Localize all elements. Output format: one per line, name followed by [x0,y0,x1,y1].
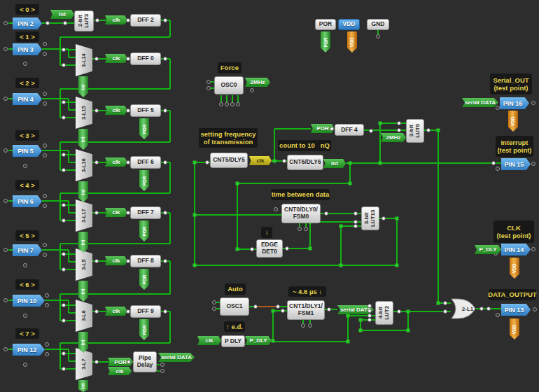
vtag-vdd-pin13[interactable]: VDD [510,318,519,340]
vtag-por-dff7[interactable]: POR [139,220,149,241]
pin-3[interactable]: PIN 3 [13,43,42,55]
note-down-arrow[interactable]: ↓ [261,227,272,238]
block-mux-3-l16[interactable]: 3-L16 [76,149,92,181]
block-dff4[interactable]: DFF 4 [335,124,364,136]
block-3bit-lut0[interactable]: 3-bit LUT0 [406,119,424,143]
pin-14[interactable]: PIN 14 [501,244,531,255]
block-dff6[interactable]: DFF 6 [130,156,161,169]
block-dff5[interactable]: DFF 5 [130,104,161,117]
vtag-int-mux14[interactable]: Int [78,76,88,97]
tag-serial-data-pin16[interactable]: serial DATA [462,98,498,107]
block-pipe-delay[interactable]: Pipe Delay [133,351,157,372]
vtag-int-mux15[interactable]: Int [78,129,88,150]
note-slot-6[interactable]: < 6 > [15,279,39,290]
note-data-output[interactable]: DATA_OUTPUT [489,289,536,300]
note-set-freq[interactable]: setting frequency of transmission [199,128,258,148]
tag-clk-dff9[interactable]: clk [105,307,127,316]
note-slot-1[interactable]: < 1 > [15,31,39,42]
pin-16[interactable]: PIN 16 [500,97,529,109]
pin-12[interactable]: PIN 12 [13,344,45,356]
note-slot-2[interactable]: < 2 > [15,78,39,88]
tag-serial-data-pipe[interactable]: serial DATA [158,353,195,362]
tag-clk-dff7[interactable]: clk [105,208,127,217]
pin-15[interactable]: PIN 15 [501,158,531,170]
vtag-por-dff8[interactable]: POR [139,269,149,290]
block-cnt1-dly1-fsm1[interactable]: CNT1/DLY1/ FSM1 [287,300,325,320]
vtag-vdd-power[interactable]: VDD [347,31,357,52]
block-3bit-lut13[interactable]: 3-bit LUT13 [361,206,379,230]
block-edge-det0[interactable]: EDGE DET0 [256,239,283,258]
block-dff9[interactable]: DFF 9 [130,305,161,318]
tag-2mhz-lut0[interactable]: 2MHz [381,133,406,142]
pin-13[interactable]: PIN 13 [501,304,531,316]
note-serial-out[interactable]: Serial_OUT (test point) [490,74,532,94]
note-slot-4[interactable]: < 4 > [15,180,39,190]
block-mux-3-l7[interactable]: 3-L7 [76,348,92,380]
tag-clk-dff6[interactable]: clk [105,158,127,167]
tag-clk-dff8[interactable]: clk [105,256,127,265]
block-dff0[interactable]: DFF 0 [130,52,161,65]
pin-7[interactable]: PIN 7 [13,244,42,256]
block-cnt6-dly6[interactable]: CNT6/DLY6 [287,155,323,170]
tag-clk-cnt5[interactable]: clk [249,156,272,165]
block-mux-3-l5[interactable]: 3-L5 [76,248,92,281]
tag-clk-dff5[interactable]: clk [105,106,127,115]
note-slot-3[interactable]: < 3 > [15,130,39,141]
tag-clk-pdly[interactable]: clk [197,336,221,345]
pin-4[interactable]: PIN 4 [13,93,42,105]
vtag-int-mux17[interactable]: Int [78,232,88,253]
gate-2-l1[interactable]: 2-L1 [451,298,476,319]
note-force[interactable]: Force [218,62,241,74]
vtag-por-dff9[interactable]: POR [139,319,149,340]
block-mux-3-l6[interactable]: 3-L6 [76,300,92,332]
tag-pdly-pin14[interactable]: P_DLY [475,245,501,254]
port [212,307,216,311]
note-slot-7[interactable]: < 7 > [15,328,39,339]
pin-5[interactable]: PIN 5 [13,145,42,157]
schematic-canvas[interactable]: < 0 >< 1 >< 2 >< 3 >< 4 >< 5 >< 6 >< 7 >… [0,0,539,392]
block-osc0[interactable]: OSC0 [214,76,244,94]
block-gnd-block[interactable]: GND [367,19,389,30]
note-clk-tp[interactable]: CLK (test point) [493,220,534,243]
vtag-por-power[interactable]: POR [321,31,330,52]
block-dff7[interactable]: DFF 7 [130,206,161,219]
note-time-between[interactable]: time between data [271,189,330,200]
block-mux-3-l17[interactable]: 3-L17 [76,200,92,232]
tag-clk-pipe[interactable]: clk [108,367,132,375]
vtag-int-mux5[interactable]: Int [78,281,88,302]
note-count-to-10[interactable]: count to 10 nQ [278,140,331,151]
vtag-vdd-pin16[interactable]: VDD [508,111,518,132]
note-auto[interactable]: Auto [225,284,246,295]
note-ed[interactable]: ↑ e.d. [224,321,245,332]
tag-int-cnt6[interactable]: Int [323,159,346,168]
block-por-block[interactable]: POR [315,19,336,30]
tag-int-lut3[interactable]: Int [50,10,74,19]
block-4bit-lut2[interactable]: 4-bit LUT2 [375,301,393,325]
block-vdd-block[interactable]: VDD [338,19,360,30]
tag-2mhz-osc0[interactable]: 2MHz [245,78,270,87]
tag-clk-dff2[interactable]: clk [105,15,127,24]
pin-2[interactable]: PIN 2 [13,18,42,29]
note-slot-5[interactable]: < 5 > [15,230,39,241]
block-2bit-lut3[interactable]: 2-bit LUT3 [74,10,94,31]
block-dff2[interactable]: DFF 2 [130,14,161,27]
pin-6[interactable]: PIN 6 [13,195,42,207]
block-mux-3-l14[interactable]: 3-L14 [76,44,92,76]
note-46us[interactable]: ~ 4.6 µs ↓ [288,286,326,297]
block-dff8[interactable]: DFF 8 [130,255,161,267]
vtag-vdd-pin14[interactable]: VDD [510,258,519,279]
vtag-por-dff6[interactable]: POR [139,170,149,191]
note-slot-0[interactable]: < 0 > [15,4,39,15]
block-p-dly[interactable]: P DLY [221,335,245,347]
vtag-por-dff5[interactable]: POR [139,118,149,139]
block-cnt5-dly5[interactable]: CNT5/DLY5 [210,153,248,168]
tag-pdly-out[interactable]: P_DLY [245,336,272,345]
note-interrupt[interactable]: Interrupt (test point) [496,136,533,157]
block-cnt0-dly0-fsm0[interactable]: CNT0/DLY0/ FSM0 [281,204,321,223]
block-osc1[interactable]: OSC1 [220,298,249,316]
block-mux-3-l15[interactable]: 3-L15 [76,97,92,129]
pin-10[interactable]: PIN 10 [13,295,45,307]
tag-clk-dff0[interactable]: clk [105,54,127,63]
vtag-int-mux16[interactable]: Int [78,181,88,202]
vtag-int-mux7[interactable]: Int [78,380,88,392]
